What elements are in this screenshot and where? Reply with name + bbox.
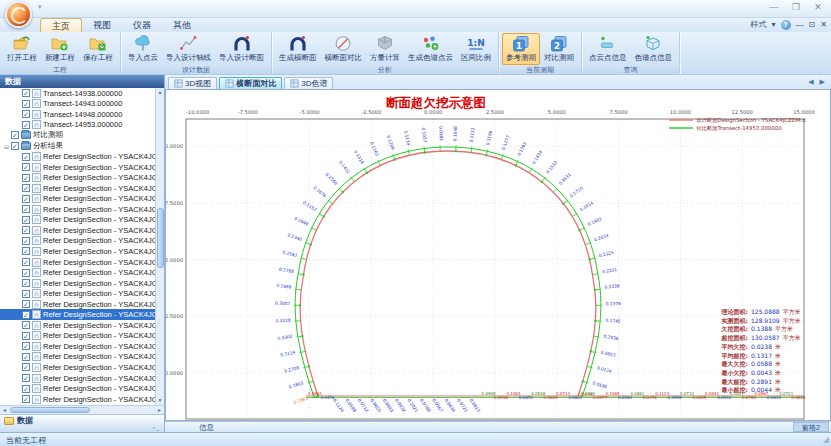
style-menu-arrow-icon[interactable]: ▾ <box>772 20 776 29</box>
quick-access-chevron-icon[interactable]: ▾ <box>38 3 42 11</box>
ribbon-tab-其他[interactable]: 其他 <box>162 18 202 32</box>
tree-item[interactable]: ✓∩Refer DesignSection - YSACK4JCZDI <box>0 373 164 384</box>
ribbon-button-新建工程[interactable]: 新建工程 <box>41 33 79 65</box>
tree-item[interactable]: ✓∩Refer DesignSection - YSACK4JCZDI <box>0 394 164 405</box>
tree-checkbox[interactable]: ✓ <box>22 100 30 108</box>
tree-item[interactable]: ✓∩Refer DesignSection - YSACK4JCZDI <box>0 267 164 278</box>
tree-item[interactable]: ✓∩Refer DesignSection - YSACK4JCZDI <box>0 193 164 204</box>
ribbon-tab-主页[interactable]: 主页 <box>40 18 82 32</box>
tree-item[interactable]: ✓∩Refer DesignSection - YSACK4JCZDI <box>0 183 164 194</box>
tree-item[interactable]: ✓∩Refer DesignSection - YSACK4JCZDI <box>0 246 164 257</box>
ribbon-button-参考测期[interactable]: 1参考测期 <box>502 33 540 65</box>
tree-item[interactable]: ✓∩Refer DesignSection - YSACK4JCZDI <box>0 278 164 289</box>
close-button[interactable]: ✕ <box>810 2 826 12</box>
tree-checkbox[interactable]: ✓ <box>11 131 19 139</box>
tree-checkbox[interactable]: ✓ <box>22 332 30 340</box>
tree-item[interactable]: ✓∩Refer DesignSection - YSACK4JCZDI <box>0 151 164 162</box>
ribbon-button-区间比例[interactable]: 1:N区间比例 <box>457 33 495 65</box>
ribbon-button-色谱点信息[interactable]: 色谱点信息 <box>631 33 677 65</box>
tree-item[interactable]: ✓∩Transect-14943.000000 <box>0 99 164 110</box>
tree-item[interactable]: ✓∩Refer DesignSection - YSACK4JCZDI <box>0 331 164 342</box>
tree-checkbox[interactable]: ✓ <box>22 290 30 298</box>
doc-tab-横断面对比[interactable]: 横断面对比 <box>219 77 282 89</box>
tree-checkbox[interactable]: ✓ <box>22 237 30 245</box>
cross-section-chart[interactable]: -10.0000-7.5000-5.0000-2.50000.00002.500… <box>165 89 831 421</box>
tree-checkbox[interactable]: ✓ <box>22 110 30 118</box>
scroll-right-icon[interactable]: ► <box>157 406 162 415</box>
tree-item[interactable]: ✓∩Transect-14938.000000 <box>0 88 164 99</box>
tree-checkbox[interactable]: ✓ <box>22 342 30 350</box>
ribbon-button-点云点信息[interactable]: 点云点信息 <box>585 33 631 65</box>
data-panel-bottom-tab[interactable]: 数据 <box>0 414 164 426</box>
tree-checkbox[interactable]: ✓ <box>22 163 30 171</box>
tree-checkbox[interactable]: ✓ <box>22 205 30 213</box>
tree-item[interactable]: ✓对比测期 <box>0 130 164 141</box>
tree-checkbox[interactable]: ✓ <box>22 395 30 403</box>
tree-checkbox[interactable]: ✓ <box>22 195 30 203</box>
tree-checkbox[interactable]: ✓ <box>22 374 30 382</box>
ribbon-button-生成横断面[interactable]: 生成横断面 <box>275 33 321 65</box>
tree-checkbox[interactable]: ✓ <box>22 153 30 161</box>
tree-item[interactable]: ✓∩Refer DesignSection - YSACK4JCZDI <box>0 204 164 215</box>
tree-checkbox[interactable]: ✓ <box>22 89 30 97</box>
help-icon[interactable]: ? <box>781 20 791 30</box>
tree-checkbox[interactable]: ✓ <box>22 353 30 361</box>
tab-nav-arrows[interactable]: ◀ ▶ <box>808 78 827 86</box>
app-orb-logo[interactable] <box>5 1 32 28</box>
tree-item[interactable]: ✓∩Refer DesignSection - YSACK4JCZDI <box>0 257 164 268</box>
ribbon-button-保存工程[interactable]: 保存工程 <box>79 33 117 65</box>
ribbon-button-生成色谱点云[interactable]: 生成色谱点云 <box>404 33 457 65</box>
pane-badge[interactable]: 窗格2 <box>793 422 829 432</box>
tree-item[interactable]: ✓∩Refer DesignSection - YSACK4JCZDI <box>0 162 164 173</box>
ribbon-tab-仪器[interactable]: 仪器 <box>122 18 162 32</box>
tree-item[interactable]: ✓∩Refer DesignSection - YSACK4JCZDI <box>0 288 164 299</box>
tree-checkbox[interactable]: ✓ <box>22 300 30 308</box>
mdi-close-button[interactable]: ✕ <box>820 20 827 29</box>
tree-checkbox[interactable]: ✓ <box>22 226 30 234</box>
mdi-restore-button[interactable]: ⊡ <box>809 20 816 29</box>
tree-checkbox[interactable]: ✓ <box>22 279 30 287</box>
scroll-up-icon[interactable]: ▲ <box>156 88 164 97</box>
scroll-left-icon[interactable]: ◄ <box>2 406 7 415</box>
tree-checkbox[interactable]: ✓ <box>22 258 30 266</box>
maximize-button[interactable]: ❐ <box>788 2 804 12</box>
tree-item[interactable]: ✓∩Refer DesignSection - YSACK4JCZDI <box>0 383 164 394</box>
tree-item[interactable]: ✓∩Refer DesignSection - YSACK4JCZDI <box>0 236 164 247</box>
hscroll-thumb[interactable] <box>10 407 90 413</box>
resize-grip-icon[interactable]: ◢ <box>823 435 829 444</box>
tree-expander-icon[interactable]: ⊟ <box>4 143 11 150</box>
tree-item[interactable]: ✓∩Refer DesignSection - YSACK4JCZDI <box>0 215 164 226</box>
tree-checkbox[interactable]: ✓ <box>22 247 30 255</box>
tree-item[interactable]: ✓∩Refer DesignSection - YSACK4JCZDI <box>0 341 164 352</box>
tree-checkbox[interactable]: ✓ <box>22 174 30 182</box>
tree-item[interactable]: ✓∩Refer DesignSection - YSACK4JCZDI <box>0 320 164 331</box>
tree-checkbox[interactable]: ✓ <box>22 121 30 129</box>
ribbon-tab-视图[interactable]: 视图 <box>82 18 122 32</box>
tree-item-selected[interactable]: ✓∩Refer DesignSection - YSACK4JCZDI <box>0 309 164 320</box>
tree-item[interactable]: ✓∩Transect-14948.000000 <box>0 109 164 120</box>
ribbon-button-横断面对比[interactable]: 横断面对比 <box>321 33 367 65</box>
ribbon-button-对比测期[interactable]: 2对比测期 <box>540 33 578 65</box>
tree-checkbox[interactable]: ✓ <box>11 142 19 150</box>
tree-checkbox[interactable]: ✓ <box>22 269 30 277</box>
tree-checkbox[interactable]: ✓ <box>22 311 30 319</box>
doc-tab-3D色谱[interactable]: 3D色谱 <box>284 77 333 89</box>
tree-checkbox[interactable]: ✓ <box>22 184 30 192</box>
doc-tab-3D视图[interactable]: 3D视图 <box>168 77 217 89</box>
style-menu[interactable]: 样式 <box>751 19 767 30</box>
ribbon-button-导入设计断面[interactable]: 导入设计断面 <box>215 33 268 65</box>
tree-item[interactable]: ✓∩Refer DesignSection - YSACK4JCZDI <box>0 172 164 183</box>
tree-item[interactable]: ⊟✓分析结果 <box>0 141 164 152</box>
tree-checkbox[interactable]: ✓ <box>22 385 30 393</box>
ribbon-button-打开工程[interactable]: 打开工程 <box>3 33 41 65</box>
tree-checkbox[interactable]: ✓ <box>22 216 30 224</box>
scroll-down-icon[interactable]: ▼ <box>156 396 164 405</box>
tree-item[interactable]: ✓∩Refer DesignSection - YSACK4JCZDI <box>0 299 164 310</box>
minimize-button[interactable]: — <box>766 2 782 12</box>
tree-item[interactable]: ✓∩Refer DesignSection - YSACK4JCZDI <box>0 362 164 373</box>
chart-canvas[interactable]: -10.0000-7.5000-5.0000-2.50000.00002.500… <box>166 90 830 420</box>
tree-horizontal-scrollbar[interactable]: ◄ ► <box>0 405 164 414</box>
ribbon-button-导入点云[interactable]: 导入点云 <box>124 33 162 65</box>
ribbon-button-方量计算[interactable]: 方量计算 <box>366 33 404 65</box>
tree-checkbox[interactable]: ✓ <box>22 321 30 329</box>
